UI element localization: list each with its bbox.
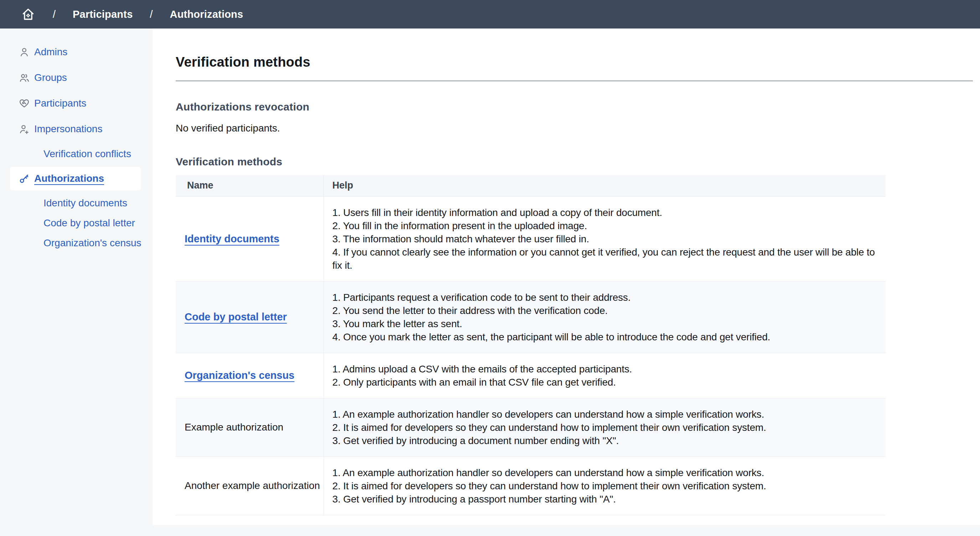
main-content: Verification methods Authorizations revo… [153,29,980,525]
methods-heading: Verification methods [176,155,973,169]
help-step: An example authorization handler so deve… [332,408,879,421]
table-row: Example authorizationAn example authoriz… [176,398,886,456]
sidebar-item-admins[interactable]: Admins [0,44,153,60]
help-steps-list: Participants request a verification code… [332,291,879,344]
help-step: You fill in the information present in t… [332,219,879,232]
revocation-empty-text: No verified participants. [176,122,973,135]
revocation-heading: Authorizations revocation [176,100,973,114]
breadcrumb-separator: / [150,8,153,20]
sidebar-item-label: Authorizations [34,173,104,184]
method-name-cell: Code by postal letter [176,281,324,353]
help-step: If you cannot clearly see the informatio… [332,245,879,272]
method-help-cell: Users fill in their identity information… [324,196,886,281]
column-header-help: Help [324,175,886,196]
page-title: Verification methods [176,54,973,70]
help-steps-list: An example authorization handler so deve… [332,408,879,447]
table-row: Another example authorizationAn example … [176,456,886,515]
method-name-cell: Example authorization [176,398,324,456]
method-link[interactable]: Code by postal letter [185,311,287,323]
sidebar-item-label: Identity documents [43,197,127,209]
method-link[interactable]: Organization's census [185,369,294,381]
user-icon [19,46,30,58]
sidebar-item-identity-documents[interactable]: Identity documents [0,196,153,210]
help-steps-list: Admins upload a CSV with the emails of t… [332,363,879,389]
home-icon [21,7,36,22]
breadcrumb-participants[interactable]: Participants [73,8,132,20]
method-name-cell: Identity documents [176,196,324,281]
help-steps-list: An example authorization handler so deve… [332,466,879,506]
help-step: You send the letter to their address wit… [332,304,879,317]
help-step: An example authorization handler so deve… [332,466,879,479]
table-header-row: Name Help [176,175,886,196]
heart-handshake-icon [19,98,30,109]
content-shell: AdminsGroupsParticipantsImpersonationsVe… [0,29,980,525]
sidebar-item-label: Organization's census [43,237,142,249]
table-row: Identity documentsUsers fill in their id… [176,196,886,281]
table-row: Organization's censusAdmins upload a CSV… [176,353,886,398]
footer-strip [0,525,980,536]
topbar: / Participants / Authorizations [0,0,980,29]
breadcrumb-home-link[interactable] [21,7,36,22]
users-icon [19,72,30,83]
sidebar-item-label: Groups [34,72,67,83]
verification-methods-table: Name Help Identity documentsUsers fill i… [176,175,886,515]
breadcrumb-separator: / [53,8,56,20]
help-step: The information should match whatever th… [332,232,879,245]
sidebar-item-label: Code by postal letter [43,217,135,229]
sidebar-item-organization-s-census[interactable]: Organization's census [0,236,153,250]
user-add-icon [19,123,30,135]
sidebar-item-verification-conflicts[interactable]: Verification conflicts [0,147,153,161]
method-label: Another example authorization [185,480,320,491]
sidebar-item-label: Participants [34,98,86,109]
sidebar-item-authorizations[interactable]: Authorizations [10,167,141,190]
title-divider [176,81,973,81]
sidebar-item-code-by-postal-letter[interactable]: Code by postal letter [0,216,153,230]
help-step: Get verified by introducing a passport n… [332,493,879,506]
method-help-cell: Admins upload a CSV with the emails of t… [324,353,886,398]
method-help-cell: An example authorization handler so deve… [324,456,886,515]
column-header-name: Name [176,175,324,196]
key-icon [19,173,30,184]
help-step: Users fill in their identity information… [332,206,879,219]
method-name-cell: Organization's census [176,353,324,398]
method-help-cell: An example authorization handler so deve… [324,398,886,456]
help-step: It is aimed for developers so they can u… [332,479,879,493]
method-label: Example authorization [185,421,283,433]
help-step: Participants request a verification code… [332,291,879,304]
help-step: You mark the letter as sent. [332,317,879,330]
help-steps-list: Users fill in their identity information… [332,206,879,272]
app-root: / Participants / Authorizations AdminsGr… [0,0,980,536]
sidebar-item-impersonations[interactable]: Impersonations [0,121,153,137]
help-step: Only participants with an email in that … [332,375,879,389]
help-step: Once you mark the letter as sent, the pa… [332,330,879,344]
sidebar-item-label: Impersonations [34,123,102,135]
sidebar: AdminsGroupsParticipantsImpersonationsVe… [0,29,153,525]
sidebar-item-participants[interactable]: Participants [0,95,153,111]
sidebar-item-groups[interactable]: Groups [0,70,153,86]
method-help-cell: Participants request a verification code… [324,281,886,353]
sidebar-item-label: Admins [34,46,67,58]
breadcrumb-authorizations[interactable]: Authorizations [170,8,243,20]
sidebar-item-label: Verification conflicts [43,148,131,160]
help-step: Get verified by introducing a document n… [332,434,879,447]
help-step: Admins upload a CSV with the emails of t… [332,363,879,375]
table-row: Code by postal letterParticipants reques… [176,281,886,353]
method-link[interactable]: Identity documents [185,233,279,245]
help-step: It is aimed for developers so they can u… [332,421,879,434]
method-name-cell: Another example authorization [176,456,324,515]
